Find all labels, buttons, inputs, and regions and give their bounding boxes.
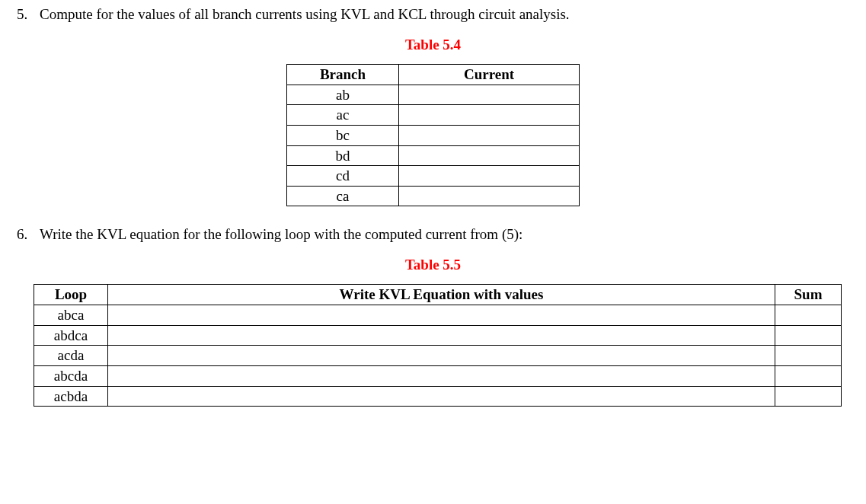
table-row: bd <box>287 145 580 166</box>
cell-loop: acda <box>34 346 108 366</box>
table-row: abdca <box>34 325 842 346</box>
table-row: cd <box>287 166 580 187</box>
cell-current <box>399 145 580 166</box>
cell-sum <box>775 305 842 326</box>
table-5-5: Loop Write KVL Equation with values Sum … <box>34 284 842 407</box>
cell-sum <box>775 325 842 346</box>
table-5-5-caption: Table 5.5 <box>17 257 849 273</box>
spacer <box>17 206 849 226</box>
question-6: 6. Write the KVL equation for the follow… <box>17 226 849 243</box>
page: 5. Compute for the values of all branch … <box>0 0 866 422</box>
question-6-text: Write the KVL equation for the following… <box>40 226 849 243</box>
table-row: acda <box>34 346 842 366</box>
cell-current <box>399 125 580 145</box>
cell-branch: ab <box>287 85 399 105</box>
table-row: bc <box>287 125 580 145</box>
cell-current <box>399 186 580 206</box>
cell-current <box>399 85 580 105</box>
table-5-5-header-sum: Sum <box>775 285 842 305</box>
cell-eq <box>108 305 775 326</box>
cell-sum <box>775 346 842 366</box>
cell-loop: abcda <box>34 366 108 387</box>
table-5-4-caption: Table 5.4 <box>17 37 849 53</box>
cell-eq <box>108 366 775 387</box>
cell-branch: bd <box>287 145 399 166</box>
cell-loop: acbda <box>34 386 108 407</box>
cell-branch: ac <box>287 105 399 126</box>
table-row: acbda <box>34 386 842 407</box>
table-5-5-wrapper: Loop Write KVL Equation with values Sum … <box>17 284 849 407</box>
question-5: 5. Compute for the values of all branch … <box>17 6 849 23</box>
table-5-4-wrapper: Branch Current ab ac bc bd cd <box>17 64 849 206</box>
cell-current <box>399 166 580 187</box>
table-row: abca <box>34 305 842 326</box>
table-5-5-header-row: Loop Write KVL Equation with values Sum <box>34 285 842 305</box>
table-5-4-header-current: Current <box>399 65 580 85</box>
cell-loop: abca <box>34 305 108 326</box>
cell-branch: cd <box>287 166 399 187</box>
table-row: abcda <box>34 366 842 387</box>
table-5-4-header-branch: Branch <box>287 65 399 85</box>
question-6-number: 6. <box>17 226 40 243</box>
table-row: ac <box>287 105 580 126</box>
table-5-5-header-eq: Write KVL Equation with values <box>108 285 775 305</box>
cell-branch: ca <box>287 186 399 206</box>
cell-eq <box>108 386 775 407</box>
cell-loop: abdca <box>34 325 108 346</box>
table-5-4: Branch Current ab ac bc bd cd <box>286 64 580 206</box>
cell-sum <box>775 366 842 387</box>
cell-eq <box>108 346 775 366</box>
cell-sum <box>775 386 842 407</box>
table-5-4-header-row: Branch Current <box>287 65 580 85</box>
table-5-5-header-loop: Loop <box>34 285 108 305</box>
table-row: ab <box>287 85 580 105</box>
question-5-number: 5. <box>17 6 40 23</box>
question-5-text: Compute for the values of all branch cur… <box>40 6 849 23</box>
cell-eq <box>108 325 775 346</box>
cell-current <box>399 105 580 126</box>
cell-branch: bc <box>287 125 399 145</box>
table-row: ca <box>287 186 580 206</box>
